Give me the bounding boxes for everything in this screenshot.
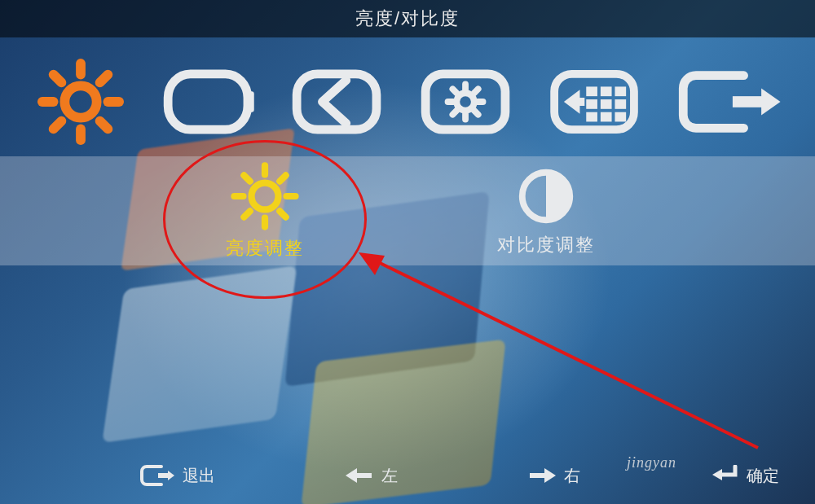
svg-marker-32 bbox=[564, 90, 584, 113]
osd-hint-bar: 退出 左 右 确定 bbox=[0, 455, 815, 496]
hint-exit: 退出 bbox=[139, 463, 215, 488]
svg-rect-31 bbox=[615, 112, 626, 122]
tab-color-settings[interactable] bbox=[419, 66, 515, 138]
svg-rect-30 bbox=[601, 112, 612, 122]
svg-line-19 bbox=[474, 111, 478, 115]
svg-rect-9 bbox=[168, 74, 248, 129]
svg-line-8 bbox=[54, 121, 62, 129]
svg-line-43 bbox=[244, 211, 249, 217]
svg-marker-46 bbox=[168, 471, 174, 480]
svg-line-7 bbox=[100, 75, 108, 83]
svg-line-21 bbox=[452, 111, 456, 115]
osd-title: 亮度/对比度 bbox=[355, 7, 460, 31]
exit-icon bbox=[676, 66, 782, 138]
contrast-icon bbox=[514, 164, 578, 228]
svg-rect-23 bbox=[586, 86, 597, 96]
svg-rect-24 bbox=[601, 86, 612, 96]
svg-rect-25 bbox=[615, 86, 626, 96]
svg-rect-26 bbox=[586, 99, 597, 109]
sun-icon bbox=[33, 57, 129, 147]
submenu-brightness[interactable]: 亮度调整 bbox=[175, 156, 355, 265]
tab-brightness-contrast[interactable] bbox=[33, 57, 129, 147]
wallpaper-pane bbox=[102, 265, 297, 443]
tab-exit[interactable] bbox=[676, 66, 782, 138]
tab-geometry[interactable] bbox=[290, 66, 386, 138]
svg-point-0 bbox=[64, 85, 96, 117]
hint-right-label: 右 bbox=[564, 465, 580, 487]
hint-left-label: 左 bbox=[381, 465, 398, 487]
svg-line-5 bbox=[54, 75, 62, 83]
svg-rect-28 bbox=[615, 99, 626, 109]
svg-marker-34 bbox=[761, 88, 780, 115]
svg-line-6 bbox=[100, 121, 108, 129]
osd-tab-row bbox=[0, 49, 815, 155]
svg-point-35 bbox=[252, 183, 279, 210]
gear-box-icon bbox=[419, 66, 515, 138]
geometry-icon bbox=[290, 66, 386, 138]
svg-line-41 bbox=[280, 211, 285, 217]
hint-exit-label: 退出 bbox=[183, 465, 215, 487]
svg-rect-29 bbox=[586, 112, 597, 122]
arrow-right-icon bbox=[528, 466, 556, 485]
sun-icon bbox=[227, 161, 302, 231]
svg-rect-11 bbox=[297, 74, 377, 129]
svg-marker-51 bbox=[712, 469, 722, 480]
svg-rect-49 bbox=[530, 473, 546, 478]
grid-box-icon bbox=[548, 66, 644, 138]
svg-marker-50 bbox=[544, 468, 556, 483]
hint-right: 右 bbox=[528, 465, 580, 487]
hint-ok-label: 确定 bbox=[747, 465, 779, 487]
hint-left: 左 bbox=[346, 465, 398, 487]
submenu-contrast[interactable]: 对比度调整 bbox=[456, 156, 636, 265]
watermark: jingyan bbox=[627, 454, 676, 471]
screen-icon bbox=[161, 66, 258, 138]
exit-icon bbox=[139, 463, 174, 488]
arrow-left-icon bbox=[346, 466, 373, 485]
svg-rect-45 bbox=[158, 473, 168, 478]
submenu-contrast-label: 对比度调整 bbox=[497, 233, 595, 257]
svg-rect-27 bbox=[601, 99, 612, 109]
svg-marker-48 bbox=[346, 468, 357, 483]
svg-rect-10 bbox=[248, 91, 254, 112]
monitor-osd-screen: 亮度/对比度 bbox=[0, 0, 815, 504]
svg-rect-47 bbox=[355, 473, 372, 478]
svg-line-20 bbox=[474, 89, 478, 93]
svg-line-42 bbox=[280, 175, 285, 181]
osd-submenu: 亮度调整 对比度调整 bbox=[0, 156, 815, 265]
tab-osd-settings[interactable] bbox=[548, 66, 644, 138]
svg-line-40 bbox=[244, 175, 249, 181]
svg-rect-33 bbox=[733, 96, 763, 107]
hint-ok: 确定 bbox=[711, 465, 779, 487]
submenu-brightness-label: 亮度调整 bbox=[226, 236, 304, 261]
tab-picture[interactable] bbox=[161, 66, 258, 138]
osd-title-bar: 亮度/对比度 bbox=[0, 0, 815, 37]
svg-point-13 bbox=[456, 93, 474, 111]
enter-icon bbox=[711, 465, 738, 486]
svg-line-18 bbox=[452, 89, 456, 93]
